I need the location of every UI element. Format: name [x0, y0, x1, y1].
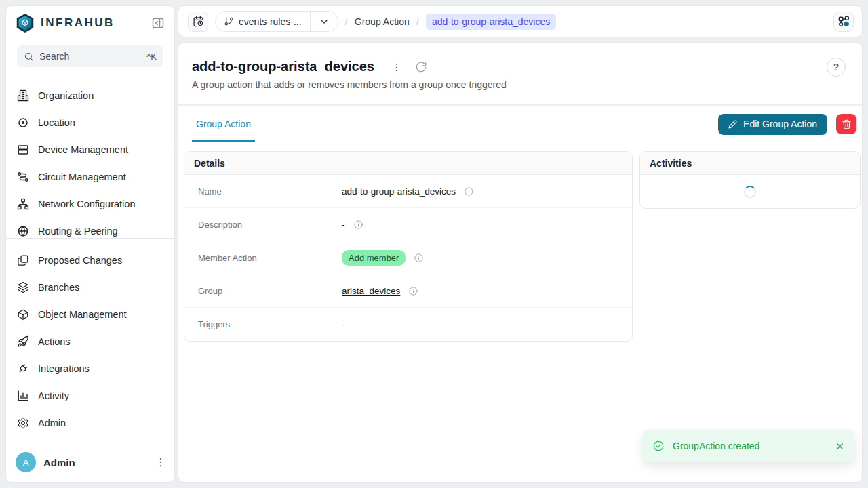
edit-group-action-button[interactable]: Edit Group Action	[718, 114, 827, 135]
detail-label: Group	[198, 286, 342, 296]
delete-button[interactable]	[836, 114, 856, 134]
details-panel-title: Details	[184, 152, 632, 175]
server-icon	[17, 144, 29, 156]
page-subtitle: A group action that adds or removes memb…	[192, 79, 848, 90]
search-shortcut: ^K	[146, 52, 157, 62]
calendar-clock-icon	[193, 16, 204, 27]
help-button[interactable]: ?	[827, 58, 846, 77]
search-input[interactable]	[39, 51, 141, 62]
gear-icon	[17, 417, 29, 429]
toast-notification: GroupAction created	[643, 430, 854, 462]
breadcrumb-item-current[interactable]: add-to-group-arista_devices	[426, 14, 556, 30]
refresh-icon[interactable]	[415, 61, 427, 73]
sidebar-item-device-management[interactable]: Device Management	[6, 136, 174, 163]
sidebar-item-network-configuration[interactable]: Network Configuration	[6, 190, 174, 218]
sidebar-item-proposed-changes[interactable]: Proposed Changes	[6, 247, 174, 274]
details-panel: Details Name add-to-group-arista_devices…	[184, 151, 633, 342]
sidebar-item-organization[interactable]: Organization	[6, 82, 174, 109]
sidebar-item-admin[interactable]: Admin	[6, 409, 174, 436]
search-box[interactable]: ^K	[17, 45, 163, 67]
sidebar-item-activity[interactable]: Activity	[6, 382, 174, 409]
sidebar-item-actions[interactable]: Actions	[6, 328, 174, 355]
sidebar-item-branches[interactable]: Branches	[6, 274, 174, 301]
git-branch-icon	[224, 16, 234, 26]
group-link[interactable]: arista_devices	[342, 286, 400, 296]
user-menu[interactable]: A Admin ⋮	[6, 445, 174, 482]
detail-label: Triggers	[198, 319, 342, 329]
branch-dropdown-toggle[interactable]	[311, 16, 338, 27]
building-icon	[17, 89, 29, 102]
time-travel-button[interactable]	[188, 12, 208, 32]
sidebar-divider	[6, 238, 174, 239]
chart-icon	[17, 390, 29, 402]
tab-group-action[interactable]: Group Action	[192, 106, 255, 142]
detail-label: Description	[198, 220, 342, 230]
sidebar-item-circuit-management[interactable]: Circuit Management	[6, 163, 174, 190]
detail-row-member-action: Member Action Add member	[184, 241, 632, 274]
cube-icon	[17, 308, 29, 321]
sidebar: INFRAHUB ^K Organization Location Device…	[5, 5, 175, 483]
locate-icon	[17, 117, 29, 129]
detail-label: Name	[198, 186, 342, 197]
loading-spinner-icon	[744, 186, 756, 198]
toast-close-icon[interactable]	[835, 441, 845, 451]
sidebar-item-location[interactable]: Location	[6, 109, 174, 136]
detail-row-description: Description -	[184, 208, 632, 241]
breadcrumb-separator: /	[416, 16, 419, 27]
sidebar-item-object-management[interactable]: Object Management	[6, 301, 174, 328]
sidebar-nav-group-2: Proposed Changes Branches Object Managem…	[6, 243, 174, 436]
sidebar-item-label: Network Configuration	[38, 199, 135, 209]
sidebar-item-label: Device Management	[38, 144, 128, 155]
layers-icon	[17, 281, 29, 293]
detail-label: Member Action	[198, 253, 342, 263]
title-kebab-menu-icon[interactable]: ⋮	[392, 62, 401, 72]
activities-panel: Activities	[639, 151, 861, 209]
sidebar-item-routing-peering[interactable]: Routing & Peering	[6, 218, 174, 237]
breadcrumb-item-group-action[interactable]: Group Action	[355, 16, 410, 27]
brand-name: INFRAHUB	[41, 16, 115, 30]
panel-collapse-icon	[151, 16, 165, 30]
topbar: events-rules-... / Group Action / add-to…	[178, 5, 863, 37]
trash-icon	[842, 119, 852, 129]
workflow-icon	[837, 15, 850, 28]
avatar: A	[16, 452, 36, 472]
brand-logo-row: INFRAHUB	[6, 6, 174, 37]
info-icon[interactable]	[353, 220, 363, 230]
sidebar-item-label: Admin	[38, 418, 66, 428]
page-title: add-to-group-arista_devices	[192, 59, 374, 75]
user-kebab-menu-icon[interactable]: ⋮	[155, 457, 166, 468]
detail-row-group: Group arista_devices	[184, 274, 632, 308]
check-circle-icon	[652, 440, 665, 452]
sidebar-item-integrations[interactable]: Integrations	[6, 355, 174, 382]
search-icon	[24, 52, 34, 62]
infrahub-logo-icon	[16, 13, 35, 33]
detail-value: -	[342, 319, 345, 329]
sidebar-item-label: Branches	[38, 282, 79, 293]
main-content: add-to-group-arista_devices ⋮ A group ac…	[178, 42, 863, 483]
sidebar-collapse-button[interactable]	[150, 15, 166, 31]
user-name: Admin	[43, 457, 75, 468]
sidebar-item-label: Integrations	[38, 363, 90, 374]
detail-value: add-to-group-arista_devices	[342, 186, 456, 197]
edit-button-label: Edit Group Action	[743, 119, 817, 129]
detail-row-triggers: Triggers -	[184, 308, 632, 341]
info-icon[interactable]	[414, 253, 424, 263]
chevron-down-icon	[319, 16, 330, 27]
breadcrumb: / Group Action / add-to-group-arista_dev…	[338, 14, 557, 30]
sidebar-item-label: Proposed Changes	[38, 255, 122, 266]
branch-selector[interactable]: events-rules-...	[215, 11, 338, 32]
detail-value: -	[342, 220, 345, 230]
info-icon[interactable]	[464, 186, 474, 197]
detail-row-name: Name add-to-group-arista_devices	[184, 175, 632, 208]
breadcrumb-separator: /	[345, 16, 348, 27]
info-icon[interactable]	[408, 286, 418, 296]
pencil-icon	[728, 120, 737, 129]
plug-icon	[17, 363, 29, 375]
network-icon	[17, 198, 29, 210]
sidebar-item-label: Activity	[38, 390, 69, 401]
diff-icon	[17, 254, 29, 266]
route-icon	[17, 171, 29, 183]
schema-visualizer-button[interactable]	[833, 12, 854, 32]
activities-panel-title: Activities	[640, 152, 860, 175]
sidebar-item-label: Routing & Peering	[38, 226, 118, 237]
